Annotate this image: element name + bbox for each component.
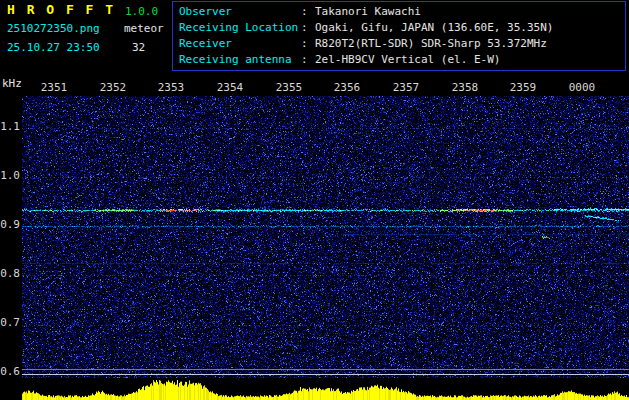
observation-datetime: 25.10.27 23:50 [7,41,100,54]
info-label: Receiving antenna [179,52,301,68]
info-row-location: Receiving Location : Ogaki, Gifu, JAPAN … [173,20,625,36]
info-label: Observer [179,4,301,20]
echo-count: 32 [132,41,145,54]
time-tick: 2354 [217,81,244,94]
hrofft-spectrogram-screen: H R O F F T 1.0.0 2510272350.png meteor … [0,0,629,400]
time-tick: 2357 [393,81,420,94]
frequency-tick: 0.7 [0,316,20,329]
info-label: Receiver [179,36,301,52]
frequency-tick: 0.9 [0,218,20,231]
time-tick: 2351 [41,81,68,94]
frequency-tick: 0.6 [0,365,20,378]
y-axis-unit-label: kHz [2,77,22,90]
info-row-receiver: Receiver : R820T2(RTL-SDR) SDR-Sharp 53.… [173,36,625,52]
info-value: Takanori Kawachi [309,4,421,20]
time-tick: 2352 [100,81,127,94]
info-separator: : [301,52,309,68]
spectrogram-canvas [22,96,629,378]
info-separator: : [301,36,309,52]
app-version: 1.0.0 [125,5,158,18]
time-tick: 2355 [276,81,303,94]
info-label: Receiving Location [179,20,301,36]
info-row-antenna: Receiving antenna : 2el-HB9CV Vertical (… [173,52,625,68]
observation-mode-label: meteor [124,22,164,35]
info-row-observer: Observer : Takanori Kawachi [173,4,625,20]
time-tick: 2358 [452,81,479,94]
info-value: Ogaki, Gifu, JAPAN (136.60E, 35.35N) [309,20,553,36]
info-value: 2el-HB9CV Vertical (el. E-W) [309,52,500,68]
info-separator: : [301,4,309,20]
time-tick: 2356 [334,81,361,94]
output-filename: 2510272350.png [7,22,100,35]
time-tick: 0000 [569,81,596,94]
info-separator: : [301,20,309,36]
frequency-tick: 1.1 [0,120,20,133]
station-info-box: Observer : Takanori Kawachi Receiving Lo… [172,1,626,71]
frequency-tick: 1.0 [0,169,20,182]
time-tick: 2353 [158,81,185,94]
app-title: H R O F F T [7,3,115,16]
signal-level-strip-canvas [22,378,629,400]
time-tick: 2359 [510,81,537,94]
frequency-tick: 0.8 [0,267,20,280]
info-value: R820T2(RTL-SDR) SDR-Sharp 53.372MHz [309,36,547,52]
